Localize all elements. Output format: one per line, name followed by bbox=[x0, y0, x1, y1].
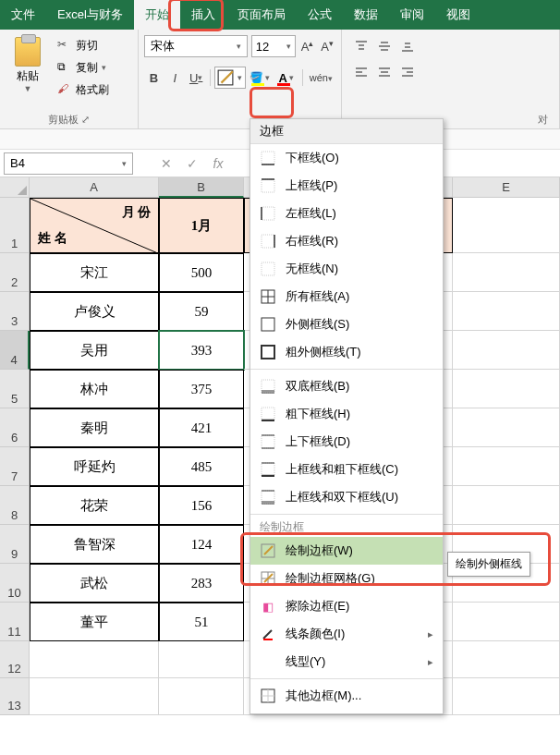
cell[interactable] bbox=[30, 641, 159, 678]
row-header[interactable]: 9 bbox=[0, 525, 30, 564]
tab-review[interactable]: 审阅 bbox=[389, 0, 435, 30]
row-header[interactable]: 7 bbox=[0, 447, 30, 486]
copy-button[interactable]: ⧉ 复制 ▾ bbox=[54, 57, 113, 78]
italic-button[interactable]: I bbox=[165, 67, 185, 88]
row-header[interactable]: 8 bbox=[0, 486, 30, 525]
header-1month[interactable]: 1月 bbox=[159, 198, 244, 253]
col-header-a[interactable]: A bbox=[30, 177, 159, 198]
cell-e[interactable] bbox=[453, 408, 560, 447]
cell-value[interactable]: 421 bbox=[159, 408, 244, 447]
cell-name[interactable]: 武松 bbox=[30, 564, 159, 603]
erase-border-item[interactable]: ◧ 擦除边框(E) bbox=[250, 592, 443, 620]
row-header[interactable]: 4 bbox=[0, 331, 30, 370]
cell-value[interactable]: 156 bbox=[159, 486, 244, 525]
shrink-font-button[interactable]: A▾ bbox=[319, 39, 335, 54]
col-header-e[interactable]: E bbox=[453, 177, 560, 198]
cell-name[interactable]: 林冲 bbox=[30, 370, 159, 408]
border-option[interactable]: 上框线和双下框线(U) bbox=[250, 483, 443, 511]
row-header[interactable]: 6 bbox=[0, 408, 30, 447]
cell-value[interactable]: 500 bbox=[159, 253, 244, 292]
border-option[interactable]: 左框线(L) bbox=[250, 200, 443, 227]
phonetic-button[interactable]: wén▾ bbox=[307, 72, 335, 83]
diagonal-header-cell[interactable]: 月 份姓 名 bbox=[30, 198, 159, 253]
border-option[interactable]: 上下框线(D) bbox=[250, 428, 443, 456]
tab-file[interactable]: 文件 bbox=[0, 0, 46, 30]
border-option[interactable]: 双底框线(B) bbox=[250, 372, 443, 400]
tab-home[interactable]: 开始 bbox=[134, 0, 180, 30]
border-option[interactable]: 上框线和粗下框线(C) bbox=[250, 456, 443, 483]
cell[interactable] bbox=[453, 641, 560, 678]
row-header[interactable]: 5 bbox=[0, 370, 30, 408]
cell-name[interactable]: 秦明 bbox=[30, 408, 159, 447]
cut-button[interactable]: ✂ 剪切 bbox=[54, 35, 113, 55]
grow-font-button[interactable]: A▴ bbox=[299, 39, 316, 54]
border-option[interactable]: 下框线(O) bbox=[250, 144, 443, 172]
row-header[interactable]: 3 bbox=[0, 292, 30, 331]
cell-e[interactable] bbox=[453, 292, 560, 331]
cell-e[interactable] bbox=[453, 486, 560, 525]
fill-color-button[interactable]: 🪣 ▾ bbox=[248, 67, 273, 88]
line-color-item[interactable]: 线条颜色(I) ▸ bbox=[250, 620, 443, 648]
fx-button[interactable]: fx bbox=[207, 152, 229, 175]
row-header[interactable]: 2 bbox=[0, 253, 30, 292]
dialog-launcher-icon[interactable]: ⤢ bbox=[81, 114, 90, 125]
cell[interactable] bbox=[159, 641, 244, 678]
cell-value[interactable]: 393 bbox=[159, 331, 244, 370]
border-option[interactable]: 粗外侧框线(T) bbox=[250, 338, 443, 366]
cell-e[interactable] bbox=[453, 370, 560, 408]
draw-grid-item[interactable]: 绘制边框网格(G) bbox=[250, 565, 443, 592]
tab-pagelayout[interactable]: 页面布局 bbox=[226, 0, 297, 30]
draw-border-item[interactable]: 绘制边框(W) bbox=[250, 537, 443, 565]
align-left-button[interactable] bbox=[351, 62, 371, 82]
underline-button[interactable]: U▾ bbox=[187, 67, 206, 88]
align-right-button[interactable] bbox=[397, 62, 418, 82]
row-header[interactable]: 1 bbox=[0, 198, 30, 253]
select-all-corner[interactable] bbox=[0, 177, 30, 198]
cell-e[interactable] bbox=[453, 603, 560, 641]
more-borders-item[interactable]: 其他边框(M)... bbox=[250, 682, 443, 710]
name-box[interactable]: B4 ▾ bbox=[4, 152, 133, 175]
cell-value[interactable]: 485 bbox=[159, 447, 244, 486]
cell-name[interactable]: 吴用 bbox=[30, 331, 159, 370]
paste-button[interactable]: 粘贴 ▼ bbox=[6, 33, 50, 100]
cell-e[interactable] bbox=[453, 447, 560, 486]
cell[interactable] bbox=[159, 678, 244, 715]
font-size-select[interactable]: 12 ▾ bbox=[251, 35, 296, 57]
row-header[interactable]: 12 bbox=[0, 641, 30, 678]
align-bottom-button[interactable] bbox=[397, 36, 418, 56]
border-button[interactable]: ▾ bbox=[214, 67, 246, 89]
cell-value[interactable]: 283 bbox=[159, 564, 244, 603]
cell-name[interactable]: 花荣 bbox=[30, 486, 159, 525]
cell-name[interactable]: 呼延灼 bbox=[30, 447, 159, 486]
row-header[interactable]: 13 bbox=[0, 678, 30, 715]
border-option[interactable]: 上框线(P) bbox=[250, 172, 443, 200]
align-middle-button[interactable] bbox=[374, 36, 395, 56]
col-header-b[interactable]: B bbox=[159, 177, 244, 198]
tab-custom[interactable]: Excel与财务 bbox=[46, 0, 134, 30]
border-option[interactable]: 无框线(N) bbox=[250, 255, 443, 283]
cell-value[interactable]: 59 bbox=[159, 292, 244, 331]
cell-name[interactable]: 鲁智深 bbox=[30, 525, 159, 564]
border-option[interactable]: 右框线(R) bbox=[250, 227, 443, 255]
tab-formulas[interactable]: 公式 bbox=[297, 0, 343, 30]
bold-button[interactable]: B bbox=[144, 67, 164, 88]
font-name-select[interactable]: 宋体 ▾ bbox=[144, 35, 248, 57]
tab-insert[interactable]: 插入 bbox=[180, 0, 226, 30]
cell-e1[interactable] bbox=[453, 198, 560, 253]
cell[interactable] bbox=[453, 678, 560, 715]
font-color-button[interactable]: A ▾ bbox=[274, 67, 298, 88]
line-style-item[interactable]: 线型(Y) ▸ bbox=[250, 648, 443, 676]
cell-value[interactable]: 124 bbox=[159, 525, 244, 564]
border-option[interactable]: 所有框线(A) bbox=[250, 283, 443, 311]
cell-name[interactable]: 董平 bbox=[30, 603, 159, 641]
cell-e[interactable] bbox=[453, 253, 560, 292]
row-header[interactable]: 11 bbox=[0, 603, 30, 641]
cell-e[interactable] bbox=[453, 331, 560, 370]
align-top-button[interactable] bbox=[351, 36, 371, 56]
border-option[interactable]: 外侧框线(S) bbox=[250, 311, 443, 338]
format-painter-button[interactable]: 🖌 格式刷 bbox=[54, 79, 113, 100]
cell-value[interactable]: 51 bbox=[159, 603, 244, 641]
align-center-button[interactable] bbox=[374, 62, 395, 82]
cell[interactable] bbox=[30, 678, 159, 715]
confirm-entry-button[interactable]: ✓ bbox=[181, 152, 203, 175]
